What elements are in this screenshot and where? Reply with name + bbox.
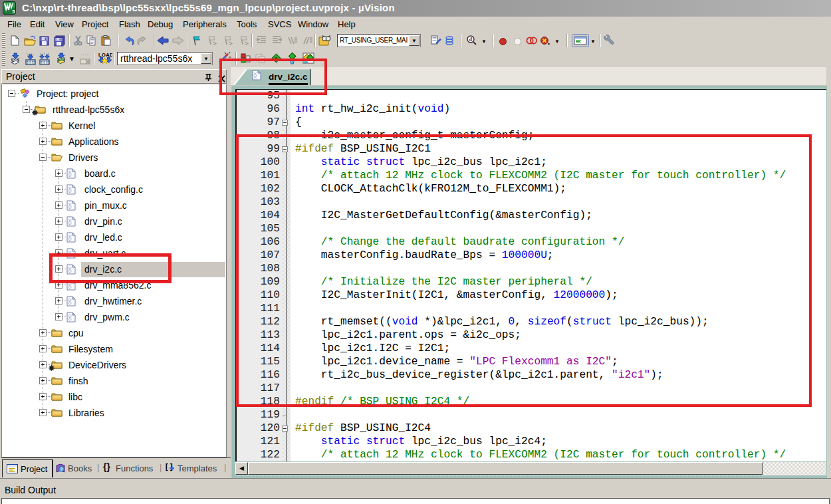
svg-text:LOAD: LOAD	[98, 52, 112, 58]
svg-text:d: d	[469, 37, 473, 43]
svg-text:5: 5	[13, 9, 15, 14]
svg-text:?: ?	[60, 467, 63, 473]
